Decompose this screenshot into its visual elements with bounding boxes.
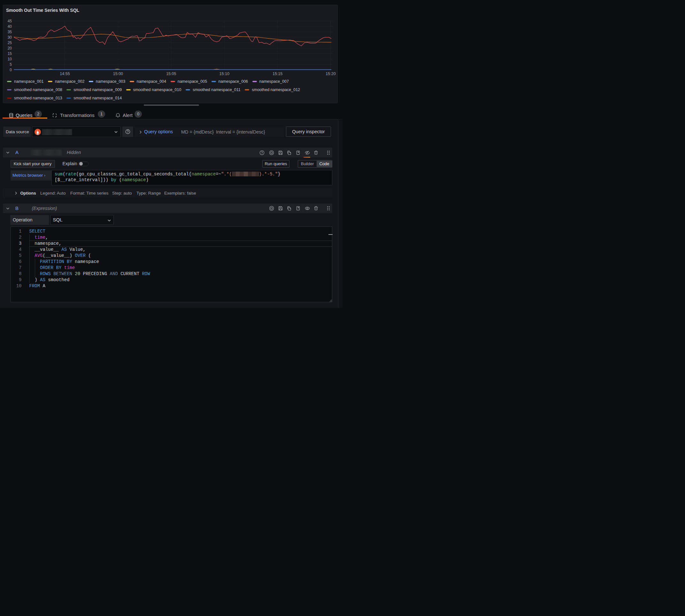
svg-text:15:15: 15:15: [272, 71, 283, 76]
svg-text:14:55: 14:55: [60, 71, 70, 76]
svg-text:10: 10: [8, 57, 12, 61]
svg-text:45: 45: [8, 19, 12, 23]
svg-text:0: 0: [9, 68, 12, 72]
svg-text:15:10: 15:10: [220, 71, 229, 76]
svg-text:15:20: 15:20: [326, 71, 335, 76]
svg-text:5: 5: [9, 62, 12, 67]
svg-text:20: 20: [8, 46, 12, 50]
svg-text:25: 25: [8, 41, 12, 45]
svg-text:35: 35: [8, 30, 12, 34]
svg-text:15:05: 15:05: [166, 71, 176, 76]
svg-text:15:00: 15:00: [113, 71, 123, 76]
svg-text:15: 15: [8, 51, 12, 56]
svg-text:40: 40: [8, 24, 12, 29]
svg-text:30: 30: [8, 35, 12, 40]
